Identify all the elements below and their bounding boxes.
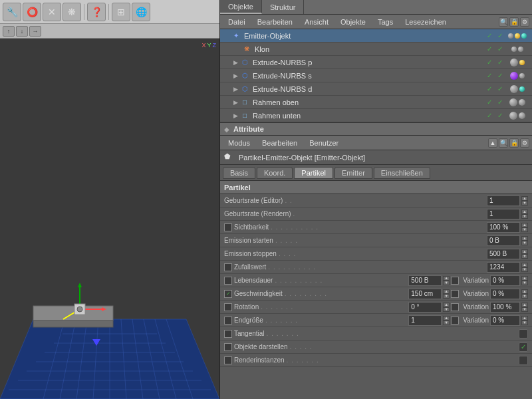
input-variation-geschwindigkeit[interactable] xyxy=(490,289,520,299)
settings-icon[interactable]: ⚙ xyxy=(520,17,529,27)
checkbox-zufallswert[interactable] xyxy=(224,263,232,271)
input-geburtsrate-editor[interactable] xyxy=(487,196,520,206)
object-row-rahmen-unten[interactable]: ▶ □ Rahmen unten ✓ ✓ xyxy=(220,109,532,122)
render-extrude-d[interactable]: ✓ xyxy=(495,85,505,92)
tab-struktur[interactable]: Struktur xyxy=(262,0,305,14)
attr-menu-bearbeiten[interactable]: Bearbeiten xyxy=(257,138,303,148)
nav-down[interactable]: ↓ xyxy=(16,26,28,37)
checkbox-tangential[interactable] xyxy=(224,330,232,338)
spin-down-geburtsrate-rendern[interactable]: ▼ xyxy=(521,214,528,219)
checkbox-renderinstanzen-val[interactable] xyxy=(519,356,528,365)
object-row-extrude-d[interactable]: ▶ ⬡ Extrude-NURBS d ✓ ✓ xyxy=(220,82,532,96)
render-extrude-p[interactable]: ✓ xyxy=(495,59,505,66)
checkbox-geschwindigkeit-var[interactable] xyxy=(451,290,459,298)
checkbox-lebensdauer[interactable] xyxy=(224,277,232,285)
lock-icon[interactable]: 🔒 xyxy=(509,17,519,27)
vis-extrude-s[interactable]: ✓ xyxy=(484,72,495,79)
spin-up-lebensdauer[interactable]: ▲ xyxy=(443,276,450,281)
vis-emitter[interactable]: ✓ xyxy=(484,32,495,39)
spin-up-variation-endgroesse[interactable]: ▲ xyxy=(521,316,528,321)
input-geburtsrate-rendern[interactable] xyxy=(487,209,520,219)
render-klon[interactable]: ✓ xyxy=(495,45,505,53)
menu-lesezeichen[interactable]: Lesezeichen xyxy=(400,17,452,27)
attr-up-icon[interactable]: ▲ xyxy=(488,138,497,148)
object-row-klon[interactable]: ❋ Klon ✓ ✓ xyxy=(220,43,532,56)
input-lebensdauer[interactable] xyxy=(408,275,442,286)
checkbox-rotation[interactable] xyxy=(224,303,232,311)
toolbar-icon-5[interactable]: ❓ xyxy=(87,3,106,21)
viewport[interactable]: X Y Z xyxy=(0,39,219,399)
nav-up[interactable]: ↑ xyxy=(3,26,15,37)
spin-down-endgroesse[interactable]: ▼ xyxy=(443,321,450,325)
object-row-rahmen-oben[interactable]: ▶ □ Rahmen oben ✓ ✓ xyxy=(220,96,532,109)
input-zufallswert[interactable] xyxy=(487,262,520,273)
render-rahmen-oben[interactable]: ✓ xyxy=(495,98,505,106)
render-rahmen-unten[interactable]: ✓ xyxy=(495,112,505,119)
spin-up-sichtbarkeit[interactable]: ▲ xyxy=(521,223,528,227)
spin-up-rotation[interactable]: ▲ xyxy=(443,303,450,307)
toolbar-icon-1[interactable]: 🔧 xyxy=(3,3,21,21)
input-emission-starten[interactable] xyxy=(487,235,520,246)
checkbox-objekte-darstellen-val[interactable]: ✓ xyxy=(519,342,528,352)
input-endgroesse[interactable] xyxy=(408,315,442,326)
toolbar-icon-2[interactable]: ⭕ xyxy=(23,3,41,21)
vis-extrude-p[interactable]: ✓ xyxy=(484,59,495,66)
spin-down-variation-endgroesse[interactable]: ▼ xyxy=(521,321,528,325)
attr-tab-emitter[interactable]: Emitter xyxy=(334,167,372,179)
input-rotation[interactable] xyxy=(408,302,442,313)
spin-down-variation-geschwindigkeit[interactable]: ▼ xyxy=(521,294,528,299)
input-variation-lebensdauer[interactable] xyxy=(490,275,520,286)
toolbar-icon-3[interactable]: ✕ xyxy=(43,3,61,21)
checkbox-objekte-darstellen[interactable] xyxy=(224,343,232,351)
checkbox-tangential-val[interactable] xyxy=(519,329,528,338)
checkbox-sichtbarkeit[interactable] xyxy=(224,223,232,231)
spin-down-zufallswert[interactable]: ▼ xyxy=(521,267,528,272)
toolbar-icon-7[interactable]: 🌐 xyxy=(132,3,150,21)
checkbox-lebensdauer-var[interactable] xyxy=(451,277,459,285)
toolbar-icon-4[interactable]: ❋ xyxy=(63,3,81,21)
render-emitter[interactable]: ✓ xyxy=(495,32,505,39)
tab-objekte[interactable]: Objekte xyxy=(220,0,262,14)
menu-tags[interactable]: Tags xyxy=(372,17,398,27)
attr-tab-koord[interactable]: Koord. xyxy=(257,167,293,179)
vis-klon[interactable]: ✓ xyxy=(484,45,495,53)
attr-tab-einschliessen[interactable]: Einschließen xyxy=(374,167,430,179)
attr-settings-icon[interactable]: ⚙ xyxy=(520,138,529,148)
spin-up-variation-rotation[interactable]: ▲ xyxy=(521,303,528,307)
spin-up-geschwindigkeit[interactable]: ▲ xyxy=(443,289,450,294)
spin-down-variation-rotation[interactable]: ▼ xyxy=(521,307,528,312)
input-emission-stoppen[interactable] xyxy=(487,249,520,259)
spin-down-rotation[interactable]: ▼ xyxy=(443,307,450,312)
attr-search-icon[interactable]: 🔍 xyxy=(499,138,508,148)
toolbar-icon-6[interactable]: ⊞ xyxy=(112,3,130,21)
object-row-emitter[interactable]: ✦ Emitter-Objekt ✓ ✓ xyxy=(220,29,532,43)
input-geschwindigkeit[interactable] xyxy=(408,289,442,299)
attr-tab-basis[interactable]: Basis xyxy=(223,167,255,179)
menu-bearbeiten[interactable]: Bearbeiten xyxy=(252,17,298,27)
object-row-extrude-s[interactable]: ▶ ⬡ Extrude-NURBS s ✓ ✓ xyxy=(220,69,532,82)
render-extrude-s[interactable]: ✓ xyxy=(495,72,505,79)
spin-down-emission-starten[interactable]: ▼ xyxy=(521,241,528,245)
input-variation-endgroesse[interactable] xyxy=(490,315,520,326)
object-row-extrude-p[interactable]: ▶ ⬡ Extrude-NURBS p ✓ ✓ xyxy=(220,56,532,69)
menu-objekte[interactable]: Objekte xyxy=(335,17,371,27)
checkbox-renderinstanzen[interactable] xyxy=(224,356,232,364)
vis-rahmen-oben[interactable]: ✓ xyxy=(484,98,495,106)
vis-extrude-d[interactable]: ✓ xyxy=(484,85,495,92)
menu-ansicht[interactable]: Ansicht xyxy=(299,17,334,27)
checkbox-rotation-var[interactable] xyxy=(451,303,459,311)
nav-right[interactable]: → xyxy=(29,26,41,37)
search-icon[interactable]: 🔍 xyxy=(499,17,508,27)
spin-up-geburtsrate-editor[interactable]: ▲ xyxy=(521,196,528,201)
input-sichtbarkeit[interactable] xyxy=(487,222,520,233)
attr-content[interactable]: Geburtsrate (Editor) . . ▲ ▼ Geburtsrate… xyxy=(220,194,532,399)
checkbox-endgroesse[interactable] xyxy=(224,317,232,325)
spin-up-variation-geschwindigkeit[interactable]: ▲ xyxy=(521,289,528,294)
spin-down-geschwindigkeit[interactable]: ▼ xyxy=(443,294,450,299)
attr-lock-icon[interactable]: 🔒 xyxy=(509,138,519,148)
checkbox-geschwindigkeit[interactable]: ✓ xyxy=(224,290,232,298)
spin-down-geburtsrate-editor[interactable]: ▼ xyxy=(521,201,528,205)
spin-up-emission-starten[interactable]: ▲ xyxy=(521,236,528,241)
spin-down-lebensdauer[interactable]: ▼ xyxy=(443,281,450,285)
spin-up-endgroesse[interactable]: ▲ xyxy=(443,316,450,321)
